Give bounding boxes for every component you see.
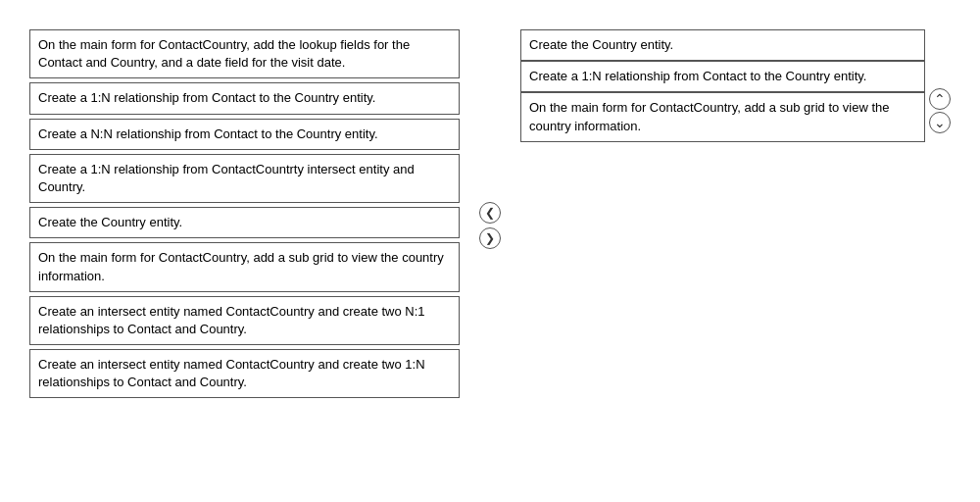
action-item-7[interactable]: Create an intersect entity named Contact… — [29, 296, 460, 345]
action-item-8[interactable]: Create an intersect entity named Contact… — [29, 349, 460, 398]
move-down-button[interactable]: ⌄ — [929, 112, 951, 133]
answer-item-1[interactable]: Create the Country entity. — [520, 29, 925, 61]
action-item-5[interactable]: Create the Country entity. — [29, 207, 460, 238]
actions-section: On the main form for ContactCountry, add… — [29, 20, 460, 402]
action-item-3[interactable]: Create a N:N relationship from Contact t… — [29, 119, 460, 150]
move-right-button[interactable]: ❯ — [479, 227, 501, 249]
action-item-1[interactable]: On the main form for ContactCountry, add… — [29, 29, 460, 78]
answer-controls: ⌃ ⌄ — [929, 29, 951, 133]
move-left-button[interactable]: ❮ — [479, 202, 501, 224]
answer-item-3[interactable]: On the main form for ContactCountry, add… — [520, 92, 925, 141]
action-item-6[interactable]: On the main form for ContactCountry, add… — [29, 242, 460, 291]
answer-list: Create the Country entity.Create a 1:N r… — [520, 29, 925, 142]
move-up-button[interactable]: ⌃ — [929, 88, 951, 110]
answer-area-section: Create the Country entity.Create a 1:N r… — [520, 20, 951, 402]
action-item-2[interactable]: Create a 1:N relationship from Contact t… — [29, 82, 460, 114]
actions-list: On the main form for ContactCountry, add… — [29, 29, 460, 398]
action-item-4[interactable]: Create a 1:N relationship from ContactCo… — [29, 154, 460, 203]
answer-item-2[interactable]: Create a 1:N relationship from Contact t… — [520, 61, 925, 92]
